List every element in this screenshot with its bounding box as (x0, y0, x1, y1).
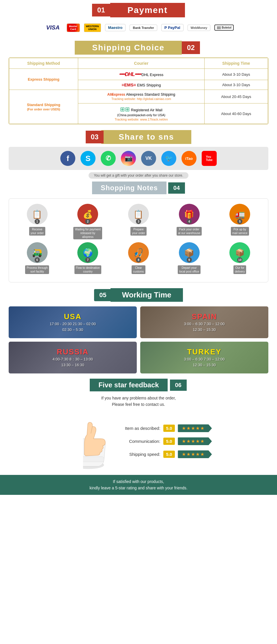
method-express: Express Shipping (9, 69, 78, 90)
rating-shipping-label: Shipping speed: (117, 452, 160, 457)
tracking-cainiao: Tracking website: http://global.cainiao.… (111, 97, 171, 101)
sns-title: Share to sns (101, 130, 191, 144)
step-2: 💰 2 Waiting for paymentreleased by alixp… (73, 204, 102, 239)
step-9-label: Depart yourlocal post office (178, 265, 201, 274)
step-5: 🚛 5 Pck up bymail service (225, 204, 254, 236)
feedback-section: Five star feedback 06 If you have any pr… (0, 379, 277, 495)
step-2-icon: 💰 2 (77, 204, 98, 225)
rating-described-score: 5.0 (163, 425, 175, 432)
sns-icons-row: f S ✆ 📷 VK 🐦 iTao YouTube (9, 147, 268, 170)
turkey-name: TURKEY (184, 347, 225, 356)
payment-title: Payment (110, 3, 185, 17)
working-header: 05 Working Time (0, 288, 277, 302)
payment-section: 01 Payment VISA MasterCard WESTERNUNION … (0, 3, 277, 38)
step-1-icon: 📋 1 (27, 204, 48, 225)
usa-name: USA (50, 312, 96, 321)
bank-transfer-icon: Bank Transfer (130, 25, 157, 31)
step-5-icon: 🚛 5 (229, 204, 250, 225)
courier-ems: ≡EMS≡ EMS Shipping (78, 80, 205, 90)
turkey-card: TURKEY 3:00 – 6:30 7:30 – 12:0012:30 – 1… (140, 342, 268, 373)
facebook-icon[interactable]: f (60, 151, 75, 166)
sns-gift-text: You will get a gift with your order afte… (89, 172, 188, 179)
step-10: 📦 10 Our fordelivery (225, 242, 254, 274)
rating-shipping: Shipping speed: 5.0 ★★★★★ (117, 450, 212, 458)
twitter-icon[interactable]: 🐦 (161, 151, 176, 166)
instagram-icon[interactable]: 📷 (121, 151, 136, 166)
turkey-content: TURKEY 3:00 – 6:30 7:30 – 12:0012:30 – 1… (184, 347, 225, 368)
step-5-label: Pck up bymail service (231, 227, 249, 236)
ems-logo: ≡EMS≡ (121, 82, 136, 87)
russia-name: RUSSIA (53, 347, 93, 356)
notes-header: Shopping Notes 04 (0, 182, 277, 194)
paypal-icon: P PayPal (161, 24, 184, 31)
sns-header: 03 Share to sns (0, 130, 277, 144)
whatsapp-icon[interactable]: ✆ (101, 151, 116, 166)
courier-aliexpress: AliExpress Aliexpress Standard Shipping … (78, 90, 205, 103)
step-6-icon: 🛺 6 (27, 242, 48, 263)
boletol-icon: ||||| Boletol (214, 25, 234, 31)
step-7-label: Flow to destinationcountry (74, 265, 101, 274)
step-7-icon: 🌍 7 (77, 242, 98, 263)
bottom-banner: If satisfied with our products, kindly l… (0, 475, 277, 495)
rating-described: Item as described: 5.0 ★★★★★ (117, 424, 212, 432)
working-title: Working Time (111, 288, 183, 302)
notes-number: 04 (168, 182, 185, 194)
col-time: Shipping Time (204, 58, 268, 69)
col-method: Shipping Method (9, 58, 78, 69)
notes-title: Shopping Notes (92, 182, 166, 194)
step-3: 📋 3 Prepareyour order (124, 204, 153, 236)
courier-airmail: ⊞⊞ Registered Air Mail (China post/epack… (78, 103, 205, 124)
feedback-subtitle: If you have any problems about the order… (0, 395, 277, 408)
payment-header: 01 Payment (0, 3, 277, 17)
time-airmail: About 40-60 Days (204, 103, 268, 124)
spain-card: SPAIN 3:00 – 6:30 7:30 – 12:0012:30 – 15… (140, 306, 268, 338)
table-row: Express Shipping ━━DHL━━ DHL Express Abo… (9, 69, 268, 80)
ratings-list: Item as described: 5.0 ★★★★★ Communicati… (117, 424, 212, 458)
step-9: 📦 9 Depart yourlocal post office (175, 242, 204, 274)
step-8-icon: 🎣 8 (128, 242, 149, 263)
aliexpress-logo: AliExpress (107, 92, 125, 97)
spain-name: SPAIN (184, 312, 225, 321)
feedback-header: Five star feedback 06 (0, 379, 277, 391)
step-10-icon: 📦 10 (229, 242, 250, 263)
shipping-table-wrap: Shipping Method Courier Shipping Time Ex… (9, 58, 268, 124)
western-union-icon: WESTERNUNION (84, 23, 101, 32)
spain-times: 3:00 – 6:30 7:30 – 12:0012:30 – 15:30 (184, 321, 225, 332)
thumbs-up-illustration (65, 412, 111, 470)
time-aliexpress: About 20-45 Days (204, 90, 268, 103)
maestro-icon: Maestro (105, 24, 126, 31)
step-10-label: Our fordelivery (233, 265, 246, 274)
russia-card: RUSSIA 4:00-7:30 8：30 – 13:0013:30 – 16:… (9, 342, 137, 373)
visa-icon: VISA (43, 23, 63, 32)
step-4-label: Pack your orderat our warehouse (177, 227, 202, 236)
step-7: 🌍 7 Flow to destinationcountry (73, 242, 102, 274)
rating-described-label: Item as described: (117, 426, 160, 431)
rating-shipping-stars: ★★★★★ (178, 450, 212, 458)
skype-icon[interactable]: S (81, 151, 96, 166)
rating-communication-score: 5.0 (163, 438, 175, 445)
vk-icon[interactable]: VK (141, 151, 156, 166)
russia-times: 4:00-7:30 8：30 – 13:0013:30 – 16:30 (53, 356, 93, 368)
step-9-icon: 📦 9 (179, 242, 200, 263)
time-dhl: About 3-10 Days (204, 69, 268, 80)
step-4: 🎁 4 Pack your orderat our warehouse (175, 204, 204, 236)
payment-icons: VISA MasterCard WESTERNUNION Maestro Ban… (0, 20, 277, 38)
feedback-number: 06 (169, 379, 187, 391)
spain-content: SPAIN 3:00 – 6:30 7:30 – 12:0012:30 – 15… (184, 312, 225, 332)
rating-shipping-score: 5.0 (163, 451, 175, 458)
step-3-icon: 📋 3 (128, 204, 149, 225)
time-cards: USA 17:00 - 20:30 21:30 – 02:0002:30 – 5… (9, 306, 268, 373)
steps-row-2: 🛺 6 Process throughsort facility 🌍 7 Flo… (12, 242, 265, 274)
steps-row-1: 📋 1 Receiveyour order 💰 2 Waiting for pa… (12, 204, 265, 239)
shipping-number: 02 (182, 41, 200, 54)
step-8-label: Clearcustoms (132, 265, 145, 274)
youtube-icon[interactable]: YouTube (202, 151, 217, 166)
usa-content: USA 17:00 - 20:30 21:30 – 02:0002:30 – 5… (50, 312, 96, 332)
turkey-times: 3:00 – 6:30 7:30 – 12:0012:30 – 15:30 (184, 356, 225, 368)
steps-container: 📋 1 Receiveyour order 💰 2 Waiting for pa… (9, 198, 268, 282)
feedback-content: Item as described: 5.0 ★★★★★ Communicati… (9, 412, 268, 470)
col-courier: Courier (78, 58, 205, 69)
sns-number: 03 (86, 131, 104, 143)
itao-icon[interactable]: iTao (181, 151, 196, 166)
tracking-17track: Tracking website: www.17track.net/en (115, 118, 168, 121)
